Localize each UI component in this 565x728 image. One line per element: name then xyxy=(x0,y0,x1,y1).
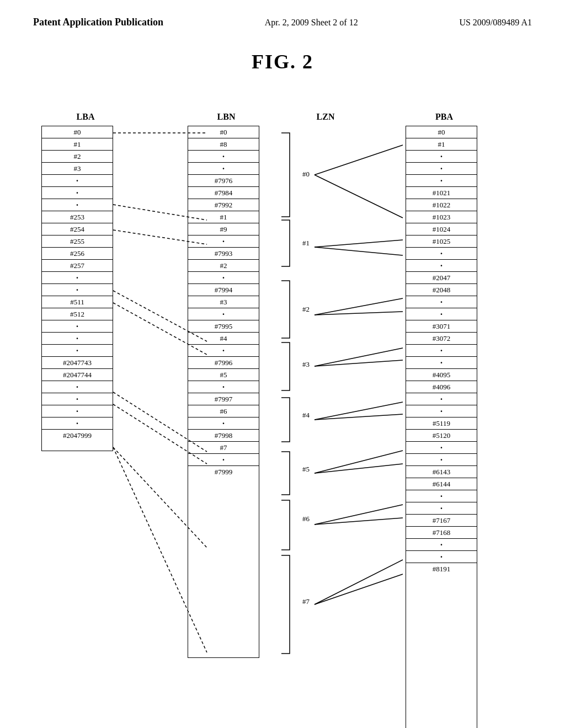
lzn-item-4: #4 xyxy=(302,411,310,420)
lbn-cell: · xyxy=(188,151,259,163)
pba-cell: #7167 xyxy=(406,515,477,527)
header-center: Apr. 2, 2009 Sheet 2 of 12 xyxy=(265,18,358,28)
pba-cell: · xyxy=(406,454,477,466)
pba-cell: · xyxy=(406,490,477,502)
lba-cell: · xyxy=(42,345,113,357)
lbn-column: #0 #8 · · #7976 #7984 #7992 #1 #9 · #799… xyxy=(188,126,259,658)
lba-cell: #0 xyxy=(42,126,113,138)
lbn-cell: · xyxy=(188,381,259,393)
lbn-cell: #3 xyxy=(188,296,259,308)
pba-cell: #5119 xyxy=(406,417,477,430)
lbn-cell: #7995 xyxy=(188,320,259,333)
lzn-item-6: #6 xyxy=(302,515,310,523)
pba-cell: #1025 xyxy=(406,235,477,248)
lba-cell: · xyxy=(42,199,113,211)
pba-cell: #4096 xyxy=(406,381,477,393)
svg-line-15 xyxy=(315,312,403,315)
pba-cell: · xyxy=(406,308,477,320)
pba-cell: · xyxy=(406,296,477,308)
pba-cell: #3072 xyxy=(406,333,477,345)
pba-cell: · xyxy=(406,260,477,272)
lba-cell: · xyxy=(42,381,113,393)
lba-cell: #512 xyxy=(42,308,113,320)
lba-cell: #2047999 xyxy=(42,430,113,442)
pba-cell: · xyxy=(406,151,477,163)
lzn-item-0: #0 xyxy=(302,170,310,179)
svg-line-21 xyxy=(315,505,403,524)
lbn-cell: #7984 xyxy=(188,187,259,199)
pba-cell: #0 xyxy=(406,126,477,138)
lba-cell: #2 xyxy=(42,151,113,163)
lba-cell: #2047743 xyxy=(42,357,113,369)
diagram: LBA #0 #1 #2 #3 · · · #253 #254 #255 #25… xyxy=(0,84,565,719)
lba-cell: · xyxy=(42,320,113,333)
pba-label: PBA xyxy=(414,112,475,122)
lbn-cell: · xyxy=(188,308,259,320)
lbn-cell: #4 xyxy=(188,333,259,345)
svg-line-16 xyxy=(315,360,403,366)
pba-cell: #6143 xyxy=(406,466,477,478)
lbn-cell: #7997 xyxy=(188,393,259,405)
pba-cell: · xyxy=(406,163,477,175)
svg-line-22 xyxy=(315,518,403,524)
pba-cell: · xyxy=(406,175,477,187)
lba-cell: · xyxy=(42,175,113,187)
lbn-cell: #2 xyxy=(188,260,259,272)
lba-cell: #1 xyxy=(42,138,113,151)
pba-cell: · xyxy=(406,393,477,405)
pba-cell: #1023 xyxy=(406,211,477,223)
pba-cell: #8191 xyxy=(406,563,477,575)
lbn-cell: · xyxy=(188,345,259,357)
lba-cell: · xyxy=(42,405,113,417)
svg-line-13 xyxy=(315,247,403,255)
lbn-cell: · xyxy=(188,163,259,175)
svg-line-12 xyxy=(315,298,403,315)
lzn-item-5: #5 xyxy=(302,465,310,474)
pba-column: #0 #1 · · · #1021 #1022 #1023 #1024 #102… xyxy=(406,126,477,728)
lbn-cell: #7976 xyxy=(188,175,259,187)
pba-cell: #1024 xyxy=(406,223,477,235)
lba-cell: #2047744 xyxy=(42,369,113,381)
lba-cell: #511 xyxy=(42,296,113,308)
lbn-cell: #7999 xyxy=(188,466,259,478)
svg-line-19 xyxy=(315,451,403,473)
svg-line-17 xyxy=(315,402,403,420)
svg-line-9 xyxy=(315,145,403,175)
lbn-cell: #7994 xyxy=(188,284,259,296)
lba-cell: · xyxy=(42,272,113,284)
lzn-item-3: #3 xyxy=(302,360,310,369)
lbn-cell: · xyxy=(188,235,259,248)
pba-cell: #7168 xyxy=(406,527,477,539)
lbn-cell: #1 xyxy=(188,211,259,223)
lba-cell: #253 xyxy=(42,211,113,223)
pba-cell: #6144 xyxy=(406,478,477,490)
pba-cell: · xyxy=(406,551,477,563)
lba-cell: #257 xyxy=(42,260,113,272)
lbn-cell: #7996 xyxy=(188,357,259,369)
pba-cell: #4095 xyxy=(406,369,477,381)
fig-title: FIG. 2 xyxy=(0,50,565,73)
lba-cell: #255 xyxy=(42,235,113,248)
lba-cell: · xyxy=(42,393,113,405)
pba-cell: · xyxy=(406,248,477,260)
lzn-item-1: #1 xyxy=(302,239,310,248)
lzn-label: LZN xyxy=(303,112,348,122)
pba-cell: · xyxy=(406,405,477,417)
lba-cell: · xyxy=(42,417,113,430)
lbn-cell: · xyxy=(188,272,259,284)
pba-cell: · xyxy=(406,357,477,369)
lbn-cell: #5 xyxy=(188,369,259,381)
lzn-item-7: #7 xyxy=(302,597,310,606)
header-right: US 2009/089489 A1 xyxy=(459,18,532,28)
lbn-label: LBN xyxy=(196,112,257,122)
svg-line-18 xyxy=(315,414,403,420)
page-header: Patent Application Publication Apr. 2, 2… xyxy=(0,0,565,34)
lba-cell: · xyxy=(42,333,113,345)
lzn-item-2: #2 xyxy=(302,305,310,314)
header-left: Patent Application Publication xyxy=(33,17,163,28)
lbn-cell: #8 xyxy=(188,138,259,151)
lba-cell: #3 xyxy=(42,163,113,175)
lba-label: LBA xyxy=(55,112,116,122)
pba-cell: #1021 xyxy=(406,187,477,199)
svg-line-14 xyxy=(315,348,403,366)
